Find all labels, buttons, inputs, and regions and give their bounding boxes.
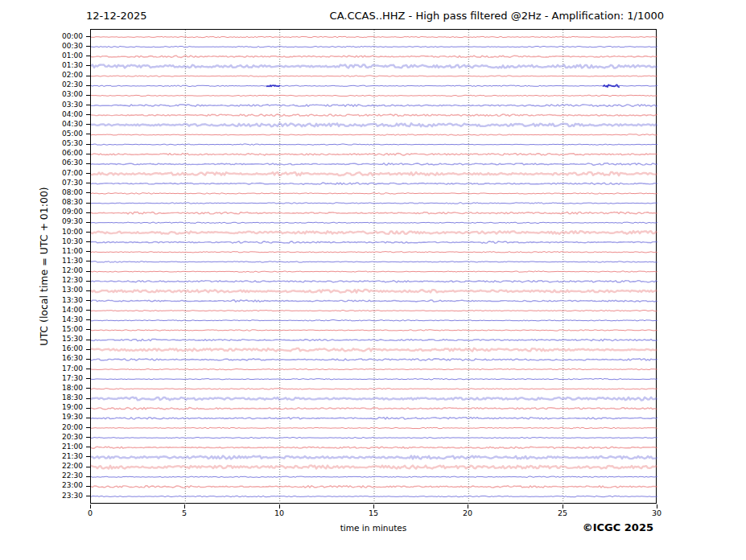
y-tick-mark xyxy=(86,261,90,261)
y-tick-label: 05:30 xyxy=(47,139,83,148)
y-tick-label: 22:00 xyxy=(47,462,83,471)
seismic-event-burst xyxy=(266,85,280,87)
y-tick-label: 05:00 xyxy=(47,130,83,138)
seismogram-trace-1630 xyxy=(91,359,657,360)
x-axis-label: time in minutes xyxy=(90,523,657,533)
y-tick-mark xyxy=(86,222,90,223)
y-tick-mark xyxy=(86,154,90,154)
y-tick-label: 12:30 xyxy=(47,276,83,285)
y-tick-mark xyxy=(86,418,90,418)
y-tick-label: 00:30 xyxy=(47,42,83,51)
y-tick-mark xyxy=(86,378,90,379)
y-tick-label: 07:30 xyxy=(47,179,83,187)
x-tick-label: 30 xyxy=(645,509,669,517)
seismogram-trace-0230 xyxy=(91,85,657,87)
y-tick-mark xyxy=(86,447,90,447)
y-tick-label: 13:00 xyxy=(47,286,83,294)
y-tick-mark xyxy=(86,212,90,213)
y-tick-label: 16:30 xyxy=(47,354,83,363)
x-tick-label: 25 xyxy=(550,509,575,517)
y-tick-mark xyxy=(86,36,90,37)
seismogram-trace-1130 xyxy=(91,261,657,262)
y-tick-mark xyxy=(86,427,90,428)
y-tick-mark xyxy=(86,56,90,56)
y-tick-mark xyxy=(86,46,90,47)
y-tick-mark xyxy=(86,300,90,301)
y-tick-label: 20:30 xyxy=(47,433,83,442)
y-tick-label: 11:00 xyxy=(47,247,83,256)
seismogram-trace-0400 xyxy=(91,114,657,116)
y-tick-label: 23:00 xyxy=(47,481,83,490)
y-tick-label: 23:30 xyxy=(47,492,83,500)
y-tick-mark xyxy=(86,329,90,330)
seismogram-trace-1000 xyxy=(91,231,657,234)
y-tick-label: 22:30 xyxy=(47,471,83,480)
y-tick-label: 12:00 xyxy=(47,266,83,275)
y-tick-mark xyxy=(86,232,90,233)
seismogram-trace-1800 xyxy=(91,389,657,390)
seismogram-trace-1930 xyxy=(91,418,657,420)
y-tick-mark xyxy=(86,85,90,86)
y-tick-label: 11:30 xyxy=(47,257,83,266)
seismogram-trace-1730 xyxy=(91,379,657,380)
y-tick-mark xyxy=(86,349,90,350)
seismogram-trace-0530 xyxy=(91,144,657,145)
seismogram-trace-0900 xyxy=(91,212,657,214)
helicorder-page: { "header": { "date": "12-12-2025", "tit… xyxy=(0,0,746,560)
y-tick-mark xyxy=(86,476,90,477)
y-tick-mark xyxy=(86,388,90,389)
x-tick-label: 10 xyxy=(267,509,291,517)
y-tick-label: 07:00 xyxy=(47,169,83,178)
y-tick-mark xyxy=(86,114,90,115)
y-tick-mark xyxy=(86,251,90,252)
y-tick-label: 01:00 xyxy=(47,51,83,60)
seismogram-trace-0700 xyxy=(91,172,657,175)
y-tick-label: 18:00 xyxy=(47,384,83,393)
y-tick-label: 04:00 xyxy=(47,110,83,119)
y-tick-mark xyxy=(86,183,90,183)
plot-date: 12-12-2025 xyxy=(86,10,147,22)
seismogram-trace-0630 xyxy=(91,163,657,166)
y-tick-mark xyxy=(86,124,90,125)
y-tick-mark xyxy=(86,241,90,242)
seismogram-trace-1530 xyxy=(91,339,657,340)
seismogram-plot-area xyxy=(90,29,657,504)
y-tick-mark xyxy=(86,271,90,272)
y-tick-mark xyxy=(86,163,90,164)
y-tick-label: 17:30 xyxy=(47,374,83,383)
seismogram-trace-1700 xyxy=(91,369,657,369)
seismogram-trace-2130 xyxy=(91,456,657,459)
seismogram-trace-0430 xyxy=(91,123,657,126)
y-tick-label: 14:30 xyxy=(47,315,83,324)
y-tick-label: 01:30 xyxy=(47,61,83,70)
y-tick-mark xyxy=(86,281,90,282)
y-tick-label: 09:30 xyxy=(47,217,83,226)
x-tick-label: 5 xyxy=(172,509,196,517)
seismogram-trace-2100 xyxy=(91,447,657,448)
y-tick-label: 19:30 xyxy=(47,413,83,422)
y-tick-label: 17:00 xyxy=(47,364,83,373)
seismogram-trace-0100 xyxy=(91,56,657,57)
y-tick-label: 18:30 xyxy=(47,393,83,402)
y-tick-label: 02:30 xyxy=(47,80,83,89)
y-tick-mark xyxy=(86,369,90,369)
seismogram-trace-1100 xyxy=(91,252,657,253)
seismic-event-burst xyxy=(603,84,620,87)
y-tick-label: 03:00 xyxy=(47,90,83,99)
seismogram-trace-0800 xyxy=(91,193,657,195)
y-tick-label: 02:00 xyxy=(47,71,83,80)
seismogram-trace-1830 xyxy=(91,397,657,401)
y-tick-label: 06:00 xyxy=(47,149,83,158)
seismogram-trace-1030 xyxy=(91,241,657,243)
y-tick-mark xyxy=(86,105,90,105)
y-tick-label: 08:00 xyxy=(47,188,83,197)
y-tick-mark xyxy=(86,310,90,311)
y-tick-mark xyxy=(86,134,90,134)
y-tick-mark xyxy=(86,192,90,193)
y-tick-mark xyxy=(86,496,90,496)
y-tick-mark xyxy=(86,290,90,291)
y-tick-mark xyxy=(86,65,90,66)
y-tick-label: 10:30 xyxy=(47,237,83,246)
y-tick-mark xyxy=(86,173,90,174)
y-tick-mark xyxy=(86,486,90,487)
